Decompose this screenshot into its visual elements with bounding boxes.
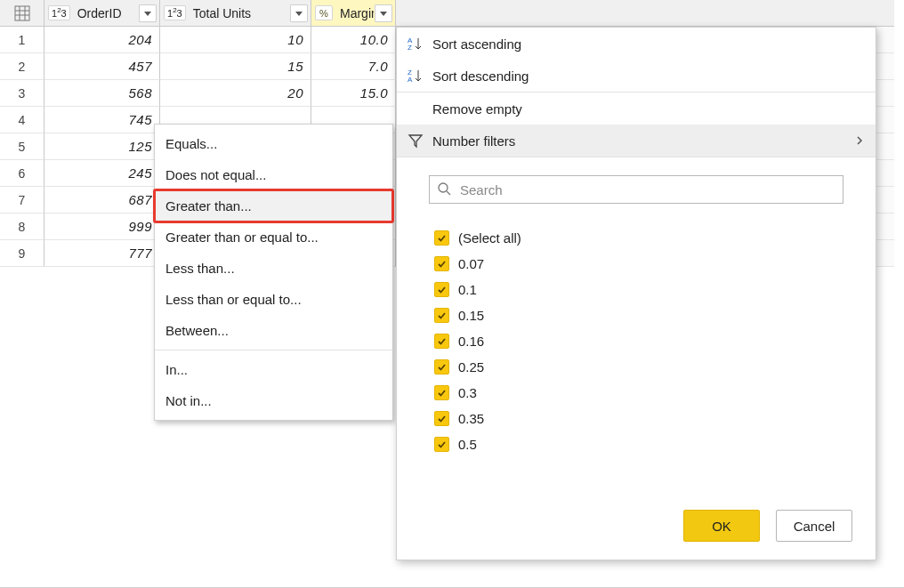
filter-less-eq[interactable]: Less than or equal to... [155, 284, 392, 315]
type-icon-number: 123 [164, 5, 186, 20]
svg-line-16 [447, 191, 450, 195]
label: Remove empty [432, 101, 522, 117]
label: Greater than... [165, 198, 252, 213]
label: Not in... [165, 393, 212, 408]
cell-orderid[interactable]: 245 [44, 160, 160, 187]
search-icon [437, 181, 451, 198]
label: Cancel [794, 519, 835, 534]
filter-equals[interactable]: Equals... [155, 128, 392, 159]
column-dropdown-margin[interactable] [375, 4, 392, 22]
remove-empty[interactable]: Remove empty [397, 93, 876, 125]
panel-body: (Select all)0.070.10.150.160.250.30.350.… [397, 157, 876, 497]
checkbox-icon [434, 385, 449, 400]
cell-margin[interactable]: 7.0 [311, 53, 396, 80]
filter-between[interactable]: Between... [155, 315, 392, 346]
svg-text:A: A [408, 76, 413, 84]
checkbox-icon [434, 411, 449, 426]
column-header-margin[interactable]: % Margin [311, 0, 396, 27]
label: Greater than or equal to... [165, 230, 319, 245]
value-item[interactable]: 0.5 [434, 431, 843, 457]
cell-orderid[interactable]: 999 [44, 213, 160, 240]
svg-text:Z: Z [408, 44, 412, 52]
cell-totalunits[interactable]: 10 [160, 27, 311, 53]
value-item[interactable]: 0.07 [434, 251, 843, 277]
value-item[interactable]: 0.3 [434, 380, 843, 406]
grid-header-row: 123 OrderID 123 Total Units % Margin [0, 0, 894, 27]
sort-ascending[interactable]: AZ Sort ascending [397, 28, 876, 60]
type-icon-number: 123 [48, 5, 70, 20]
panel-footer: OK Cancel [397, 497, 876, 560]
checkbox-icon [434, 230, 449, 246]
ok-button[interactable]: OK [683, 510, 760, 542]
cancel-button[interactable]: Cancel [776, 510, 852, 542]
value-select-all[interactable]: (Select all) [434, 225, 843, 251]
column-label: OrderID [74, 6, 138, 20]
filter-in[interactable]: In... [155, 354, 392, 385]
sort-asc-icon: AZ [408, 36, 432, 52]
label: Sort ascending [432, 36, 521, 52]
value-label: 0.5 [458, 437, 477, 452]
filter-not-equal[interactable]: Does not equal... [155, 159, 392, 190]
sort-descending[interactable]: ZA Sort descending [397, 60, 876, 92]
number-filter-submenu: Equals... Does not equal... Greater than… [154, 124, 393, 421]
filter-greater-than[interactable]: Greater than... [155, 190, 392, 222]
value-item[interactable]: 0.35 [434, 406, 843, 431]
svg-rect-0 [15, 6, 29, 20]
filter-greater-eq[interactable]: Greater than or equal to... [155, 222, 392, 253]
value-label: 0.35 [458, 411, 484, 426]
column-header-totalunits[interactable]: 123 Total Units [160, 0, 311, 27]
filter-less-than[interactable]: Less than... [155, 253, 392, 284]
row-number: 1 [0, 27, 44, 53]
checkbox-icon [434, 437, 449, 452]
row-number: 4 [0, 107, 44, 133]
value-list: (Select all)0.070.10.150.160.250.30.350.… [429, 225, 843, 457]
label: In... [165, 362, 188, 377]
funnel-icon [408, 133, 432, 149]
label: OK [712, 519, 731, 534]
svg-marker-5 [144, 12, 151, 16]
cell-orderid[interactable]: 125 [44, 133, 160, 160]
filter-not-in[interactable]: Not in... [155, 385, 392, 416]
label: Number filters [432, 133, 515, 149]
svg-marker-7 [380, 12, 387, 16]
cell-orderid[interactable]: 745 [44, 107, 160, 133]
cell-margin[interactable]: 15.0 [311, 80, 396, 107]
value-item[interactable]: 0.25 [434, 354, 843, 380]
number-filters[interactable]: Number filters [397, 125, 876, 157]
row-number: 9 [0, 240, 44, 267]
type-icon-percent: % [315, 5, 333, 20]
label: Equals... [165, 136, 217, 151]
row-number: 3 [0, 80, 44, 107]
cell-totalunits[interactable]: 20 [160, 80, 311, 107]
value-label: 0.25 [458, 359, 484, 375]
cell-totalunits[interactable]: 15 [160, 53, 311, 80]
cell-orderid[interactable]: 687 [44, 187, 160, 213]
row-number: 2 [0, 53, 44, 80]
header-fill [396, 0, 894, 27]
cell-orderid[interactable]: 457 [44, 53, 160, 80]
label: Sort descending [432, 68, 529, 84]
cell-orderid[interactable]: 568 [44, 80, 160, 107]
sort-desc-icon: ZA [408, 68, 432, 84]
search-input[interactable] [458, 181, 835, 198]
cell-orderid[interactable]: 204 [44, 27, 160, 53]
value-label: 0.3 [458, 385, 477, 400]
value-item[interactable]: 0.16 [434, 328, 843, 354]
column-dropdown-orderid[interactable] [139, 4, 157, 22]
svg-marker-14 [409, 135, 422, 147]
checkbox-icon [434, 256, 449, 271]
cell-margin[interactable]: 10.0 [311, 27, 396, 53]
column-dropdown-totalunits[interactable] [290, 4, 308, 22]
value-item[interactable]: 0.1 [434, 277, 843, 302]
row-number: 8 [0, 213, 44, 240]
value-label: 0.15 [458, 308, 484, 323]
column-header-orderid[interactable]: 123 OrderID [44, 0, 160, 27]
label: Less than... [165, 261, 235, 276]
svg-marker-6 [295, 12, 303, 16]
table-icon [0, 0, 44, 27]
search-box[interactable] [429, 175, 843, 204]
label: Less than or equal to... [165, 292, 302, 307]
cell-orderid[interactable]: 777 [44, 240, 160, 267]
value-item[interactable]: 0.15 [434, 302, 843, 328]
separator [155, 350, 392, 350]
